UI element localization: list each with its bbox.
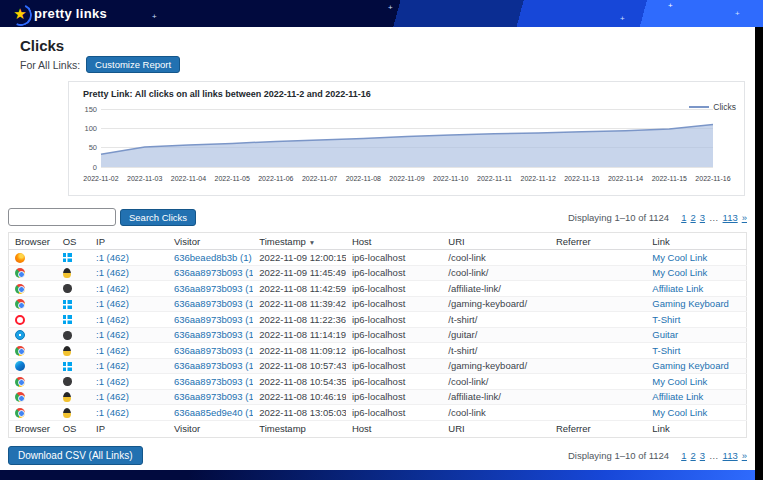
host-cell: ip6-localhost bbox=[346, 312, 442, 328]
timestamp-cell: 2022-11-09 11:45:49 bbox=[253, 265, 346, 281]
x-axis-tick-label: 2022-11-06 bbox=[258, 175, 293, 182]
host-cell: ip6-localhost bbox=[346, 374, 442, 390]
pagination-page-link[interactable]: 113 bbox=[723, 450, 738, 461]
table-row: :1 (462)636aa8973b093 (1)2022-11-08 11:0… bbox=[9, 343, 747, 359]
visitor-link[interactable]: 636aa8973b093 (1) bbox=[174, 267, 253, 278]
pagination-next-link[interactable]: » bbox=[742, 212, 747, 223]
referrer-cell bbox=[550, 389, 646, 405]
link-name-link[interactable]: My Cool Link bbox=[652, 252, 707, 263]
link-name-link[interactable]: Affiliate Link bbox=[652, 391, 703, 402]
ip-link[interactable]: :1 (462) bbox=[96, 329, 129, 340]
timestamp-cell: 2022-11-09 12:00:15 bbox=[253, 250, 346, 266]
link-name-link[interactable]: My Cool Link bbox=[652, 376, 707, 387]
ip-link[interactable]: :1 (462) bbox=[96, 283, 129, 294]
x-axis-tick-label: 2022-11-12 bbox=[520, 175, 555, 182]
column-header-timestamp[interactable]: Timestamp▼ bbox=[253, 233, 346, 250]
column-header-link: Link bbox=[646, 420, 746, 437]
timestamp-cell: 2022-11-08 11:14:19 bbox=[253, 327, 346, 343]
chrome-icon bbox=[15, 392, 25, 402]
pagination-page-link[interactable]: 2 bbox=[690, 212, 695, 223]
linux-icon bbox=[63, 392, 71, 402]
linux-icon bbox=[63, 268, 71, 278]
column-header-timestamp[interactable]: Timestamp bbox=[253, 420, 346, 437]
download-csv-button[interactable]: Download CSV (All Links) bbox=[8, 446, 143, 465]
referrer-cell bbox=[550, 358, 646, 374]
ip-link[interactable]: :1 (462) bbox=[96, 267, 129, 278]
clicks-chart-card: Pretty Link: All clicks on all links bet… bbox=[68, 81, 745, 196]
ip-link[interactable]: :1 (462) bbox=[96, 252, 129, 263]
pagination-next-link[interactable]: » bbox=[742, 450, 747, 461]
uri-cell: /cool-link bbox=[442, 250, 550, 266]
pagination-page-link[interactable]: 1 bbox=[681, 212, 686, 223]
ip-link[interactable]: :1 (462) bbox=[96, 314, 129, 325]
legend-line-icon bbox=[689, 106, 709, 108]
table-row: :1 (462)636beaed8b3b (1)2022-11-09 12:00… bbox=[9, 250, 747, 266]
visitor-link[interactable]: 636aa8973b093 (1) bbox=[174, 376, 253, 387]
pagination-page-link[interactable]: 3 bbox=[700, 450, 705, 461]
search-input[interactable] bbox=[8, 208, 116, 226]
x-axis-tick-label: 2022-11-15 bbox=[652, 175, 687, 182]
sparkle-icon: + bbox=[388, 4, 393, 12]
visitor-link[interactable]: 636aa8973b093 (1) bbox=[174, 391, 253, 402]
visitor-link[interactable]: 636beaed8b3b (1) bbox=[174, 252, 252, 263]
column-header-browser: Browser bbox=[9, 233, 57, 250]
filter-label: For All Links: bbox=[20, 59, 80, 71]
link-name-link[interactable]: Gaming Keyboard bbox=[652, 298, 729, 309]
linux-icon bbox=[63, 408, 71, 418]
ip-link[interactable]: :1 (462) bbox=[96, 391, 129, 402]
referrer-cell bbox=[550, 296, 646, 312]
ip-link[interactable]: :1 (462) bbox=[96, 360, 129, 371]
pretty-links-footer-banner bbox=[0, 470, 755, 480]
link-name-link[interactable]: Guitar bbox=[652, 329, 678, 340]
apple-icon bbox=[63, 377, 72, 386]
x-axis-tick-label: 2022-11-16 bbox=[695, 175, 730, 182]
link-name-link[interactable]: My Cool Link bbox=[652, 267, 707, 278]
column-header-referrer: Referrer bbox=[550, 233, 646, 250]
visitor-link[interactable]: 636aa8973b093 (1) bbox=[174, 283, 253, 294]
pagination-page-link[interactable]: 2 bbox=[690, 450, 695, 461]
host-cell: ip6-localhost bbox=[346, 281, 442, 297]
visitor-link[interactable]: 636aa8973b093 (1) bbox=[174, 360, 253, 371]
link-name-link[interactable]: T-Shirt bbox=[652, 345, 680, 356]
table-row: :1 (462)636aa8973b093 (1)2022-11-09 11:4… bbox=[9, 265, 747, 281]
windows-icon bbox=[63, 315, 72, 324]
content-area: Clicks For All Links: Customize Report P… bbox=[0, 37, 755, 465]
pagination-page-link[interactable]: 1 bbox=[681, 450, 686, 461]
uri-cell: /cool-link/ bbox=[442, 374, 550, 390]
sort-desc-icon: ▼ bbox=[309, 239, 315, 246]
visitor-link[interactable]: 636aa8973b093 (1) bbox=[174, 298, 253, 309]
sparkle-icon: + bbox=[152, 13, 157, 21]
windows-icon bbox=[63, 253, 72, 262]
uri-cell: /t-shirt/ bbox=[442, 312, 550, 328]
x-axis-tick-label: 2022-11-04 bbox=[171, 175, 206, 182]
ip-link[interactable]: :1 (462) bbox=[96, 407, 129, 418]
host-cell: ip6-localhost bbox=[346, 405, 442, 421]
link-name-link[interactable]: Gaming Keyboard bbox=[652, 360, 729, 371]
pagination-page-link[interactable]: 113 bbox=[723, 212, 738, 223]
uri-cell: /guitar/ bbox=[442, 327, 550, 343]
pagination-page-link[interactable]: 3 bbox=[700, 212, 705, 223]
ip-link[interactable]: :1 (462) bbox=[96, 298, 129, 309]
uri-cell: /t-shirt/ bbox=[442, 343, 550, 359]
visitor-link[interactable]: 636aa85ed9e40 (1) bbox=[174, 407, 253, 418]
ip-link[interactable]: :1 (462) bbox=[96, 376, 129, 387]
link-name-link[interactable]: Affiliate Link bbox=[652, 283, 703, 294]
uri-cell: /affiliate-link/ bbox=[442, 389, 550, 405]
referrer-cell bbox=[550, 343, 646, 359]
search-clicks-button[interactable]: Search Clicks bbox=[120, 209, 196, 226]
clicks-table: BrowserOSIPVisitorTimestamp▼HostURIRefer… bbox=[8, 232, 747, 438]
link-name-link[interactable]: T-Shirt bbox=[652, 314, 680, 325]
uri-cell: /cool-link bbox=[442, 405, 550, 421]
column-header-os: OS bbox=[57, 420, 90, 437]
ip-link[interactable]: :1 (462) bbox=[96, 345, 129, 356]
visitor-link[interactable]: 636aa8973b093 (1) bbox=[174, 314, 253, 325]
host-cell: ip6-localhost bbox=[346, 358, 442, 374]
customize-report-button[interactable]: Customize Report bbox=[86, 56, 180, 73]
table-row: :1 (462)636aa8973b093 (1)2022-11-08 11:3… bbox=[9, 296, 747, 312]
visitor-link[interactable]: 636aa8973b093 (1) bbox=[174, 329, 253, 340]
referrer-cell bbox=[550, 312, 646, 328]
apple-icon bbox=[63, 284, 72, 293]
link-name-link[interactable]: My Cool Link bbox=[652, 407, 707, 418]
x-axis-tick-label: 2022-11-09 bbox=[389, 175, 424, 182]
visitor-link[interactable]: 636aa8973b093 (1) bbox=[174, 345, 253, 356]
